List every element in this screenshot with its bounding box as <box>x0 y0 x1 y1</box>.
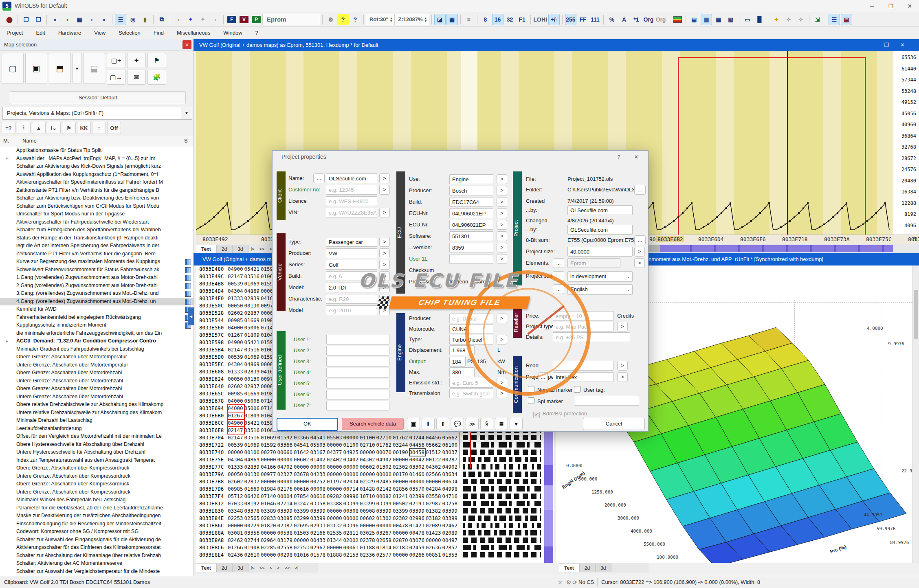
list-item[interactable]: Schalter zur Auswahl des Eingangssignals… <box>0 536 193 544</box>
hex-value[interactable]: 01069 <box>261 434 277 441</box>
arrow-button[interactable]: > <box>634 247 645 257</box>
hex-value[interactable]: 04541 <box>294 441 310 449</box>
hex-value[interactable]: 01069 <box>244 280 261 287</box>
hex-value[interactable]: 04284 <box>426 485 442 493</box>
mail-icon[interactable]: ✉ <box>127 70 146 85</box>
hex-value[interactable]: 01984 <box>261 485 277 493</box>
hex-value[interactable]: 00539 <box>228 280 244 287</box>
hex-value[interactable]: 01333 <box>228 463 244 471</box>
list-item[interactable]: Schalter zur Aktivierung des Kick-Down S… <box>0 162 193 171</box>
input-field[interactable]: Engine <box>449 174 493 184</box>
vertical-scrollbar[interactable] <box>912 265 919 563</box>
hex-value[interactable]: 00000 <box>277 456 294 463</box>
hex-value[interactable]: 00000 <box>261 456 277 463</box>
hex-value[interactable]: 00478 <box>409 529 426 537</box>
hex-row[interactable]: 8033E83003348033780338903399033990339900… <box>196 507 554 515</box>
find-next-icon[interactable]: › <box>209 14 221 25</box>
new-project-icon[interactable]: ▢ <box>2 53 24 84</box>
hex-value[interactable]: 00000 <box>376 522 393 529</box>
grid-icon[interactable]: ▦ <box>74 14 85 25</box>
hex-value[interactable]: 02302 <box>393 463 409 471</box>
hex-value[interactable]: 00000 <box>261 551 277 559</box>
hex-value[interactable]: 02329 <box>360 478 376 485</box>
list-item[interactable]: 4.Gang: (voreilendes) Zugwunschmoment au… <box>0 298 193 306</box>
hex-value[interactable]: 01016 <box>294 551 310 559</box>
hex-value[interactable]: 02462 <box>228 537 244 544</box>
input-field[interactable]: Passenger car <box>326 237 377 247</box>
rot-spinner[interactable]: Rot:30°▲▼ <box>366 14 395 25</box>
paragraph-icon[interactable]: § <box>480 418 493 430</box>
hex-value[interactable]: 01197 <box>327 478 343 485</box>
hex-value[interactable]: 01423 <box>426 529 442 537</box>
hex-value[interactable]: 02566 <box>426 471 442 478</box>
hex-value[interactable]: 00539 <box>228 353 244 361</box>
hex-value[interactable]: 03399 <box>310 515 327 522</box>
hex-value[interactable]: 02183 <box>393 544 409 551</box>
list-window-icon[interactable]: ▤ <box>841 14 852 25</box>
hex-value[interactable]: 00000 <box>327 471 343 478</box>
hex-value[interactable]: 00308 <box>343 507 360 515</box>
list-item[interactable]: Einschaltbedingung für die Resetierung d… <box>0 520 193 528</box>
hex-value[interactable]: 03247 <box>294 500 310 507</box>
hex-value[interactable]: 00000 <box>294 463 310 471</box>
lohi-icon[interactable]: LOHI <box>533 14 547 25</box>
menu-project[interactable]: Project <box>0 27 29 39</box>
hex-value[interactable]: 00000 <box>393 456 409 463</box>
hex-value[interactable]: 00538 <box>277 529 294 537</box>
binoculars-icon[interactable]: ⌖ <box>185 14 196 25</box>
list-item[interactable]: 3.Gang: (voreilendes) Zugwunschmoment au… <box>0 290 193 298</box>
hex-value[interactable]: 00000 <box>393 551 409 559</box>
hex-value[interactable]: 01669 <box>244 485 261 493</box>
hex-value[interactable]: 04541 <box>310 434 327 441</box>
hex-row[interactable]: 8033E81207033081920104602714032470335803… <box>196 500 554 507</box>
binoculars-gray-icon[interactable]: ⌖ <box>197 14 209 25</box>
hex-value[interactable]: 04900 <box>228 339 244 346</box>
hex-value[interactable]: 01908 <box>244 544 261 551</box>
arrow-button[interactable]: > <box>497 208 507 218</box>
tab-3d[interactable]: 3d <box>232 564 248 572</box>
hex-value[interactable]: 00061 <box>343 544 360 551</box>
input-field[interactable]: 380 <box>449 367 475 377</box>
hex-value[interactable]: 00050 <box>228 471 244 478</box>
list-item[interactable]: Obere relative Drehzahlschwelle zur Absc… <box>0 401 193 409</box>
list-item[interactable]: Schalter zur Abschaltung der Klimaanlage… <box>0 552 193 560</box>
bits-16-icon[interactable]: 16 <box>492 14 503 25</box>
hex-value[interactable]: 04304 <box>228 361 244 368</box>
hex-row[interactable]: 8033E7D600985016690198402176006160000800… <box>196 485 554 493</box>
hex-value[interactable]: 02987 <box>426 500 442 507</box>
hex-row[interactable]: 8033E77C01333028390416604702000000000000… <box>196 463 554 471</box>
hex-value[interactable]: 00634 <box>442 478 459 485</box>
list-item[interactable]: 2.Gang (voreilendes) Zugwunschmoment aus… <box>0 282 193 290</box>
hex-value[interactable]: 00714 <box>343 485 360 493</box>
panel-collapse-icon[interactable]: ◀ <box>188 307 194 325</box>
flag-v-icon[interactable]: V <box>238 14 250 25</box>
filter-lines-icon[interactable]: ≡ <box>92 122 106 134</box>
hex-value[interactable]: 01460 <box>409 471 426 478</box>
column-m[interactable]: M. <box>3 138 9 144</box>
hex-value[interactable]: 01353 <box>442 551 459 559</box>
input-field[interactable]: 8359 <box>449 243 493 252</box>
hex-value[interactable]: 00000 <box>327 485 343 493</box>
tab-text[interactable]: Text <box>196 245 216 253</box>
hex-value[interactable]: 01888 <box>327 551 343 559</box>
wand-gray-icon[interactable]: ✧ <box>783 14 794 25</box>
hex-value[interactable]: 00985 <box>228 485 244 493</box>
hex-value[interactable]: 00602 <box>360 515 376 522</box>
dialog-close-icon[interactable]: ✕ <box>630 152 642 162</box>
hex-value[interactable]: 03244 <box>409 434 426 441</box>
hex-value[interactable]: 02253 <box>228 515 244 522</box>
hex-row[interactable]: 8033E75E04304048690000000000006020140202… <box>196 456 554 463</box>
hex-value[interactable]: 02387 <box>277 522 294 529</box>
arrow-button[interactable]: > <box>617 322 628 331</box>
hex-value[interactable]: 00000 <box>343 471 360 478</box>
hex-value[interactable]: 00000 <box>277 478 294 485</box>
hex-value[interactable]: 00729 <box>244 522 261 529</box>
hex-value[interactable]: 01512 <box>426 449 442 456</box>
hex-row[interactable]: 8033E79A00050001300097702327036780423300… <box>196 471 554 478</box>
filter-flag-icon[interactable]: ⚑ <box>62 122 76 134</box>
arrow-button[interactable]: > <box>497 186 507 195</box>
hex-value[interactable]: 07140 <box>261 493 277 500</box>
preview-search-icon[interactable]: ◎ <box>127 14 139 25</box>
hex-value[interactable]: 00004 <box>277 493 294 500</box>
layout-3-icon[interactable]: ▦ <box>713 14 724 25</box>
